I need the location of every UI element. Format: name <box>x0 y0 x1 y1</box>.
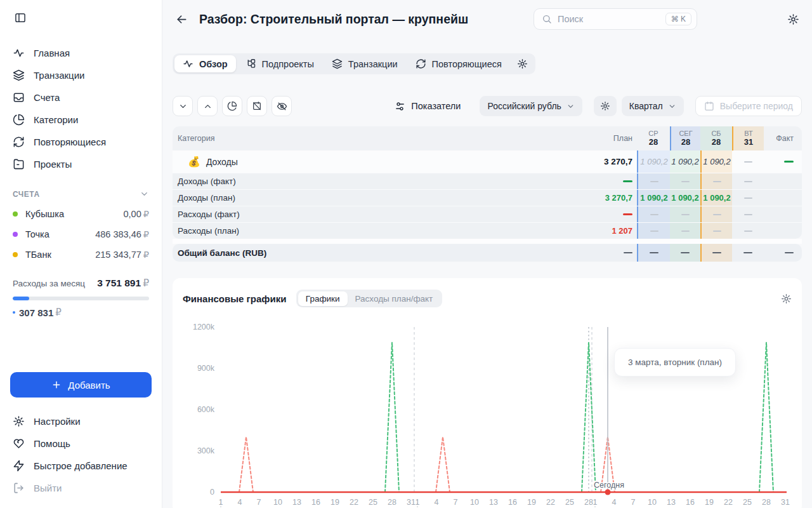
summary-table: КатегорияПланСР28СЕГ28СБ28ВТ31Факт💰Доход… <box>173 126 802 262</box>
total-row-label: Общий баланс (RUB) <box>173 244 589 262</box>
sidebar-item-transactions[interactable]: Транзакции <box>0 64 162 86</box>
x-axis-day-label: 13 <box>667 498 676 507</box>
settings-gear-icon[interactable] <box>787 13 799 25</box>
cell-value: 3 270,7 <box>605 193 632 203</box>
plus-icon <box>51 380 62 390</box>
chart-title: Финансовые графики <box>183 293 286 304</box>
series-spike <box>759 342 773 492</box>
sidebar-item-label: Помощь <box>34 438 70 449</box>
refresh-icon <box>416 58 426 69</box>
tab-recurring[interactable]: Повторяющиеся <box>407 55 510 72</box>
cell-value: 3 270,7 <box>604 157 632 166</box>
tabs-gear-icon[interactable] <box>511 55 534 72</box>
dash-value <box>681 252 690 253</box>
y-axis-label: 1200k <box>193 323 215 331</box>
table-row[interactable]: Доходы (факт) <box>173 173 802 189</box>
dash-value <box>681 181 690 182</box>
main-content: Разбор: Строительный портал — крупнейш П… <box>162 0 812 508</box>
tab-subprojects[interactable]: Подпроекты <box>237 55 322 72</box>
chevron-up-icon <box>203 102 213 111</box>
cell-day-1 <box>670 206 700 222</box>
sidebar-item-help[interactable]: Помощь <box>0 432 162 455</box>
sidebar-item-recurring[interactable]: Повторяющиеся <box>0 131 162 153</box>
search-input[interactable]: Поиск ⌘ K <box>534 8 697 30</box>
x-axis-day-label: 1 <box>593 498 598 507</box>
date-range-placeholder: Выберите период <box>720 101 793 111</box>
currency-select[interactable]: Российский рубль <box>480 96 582 116</box>
chevron-down-icon <box>178 102 188 111</box>
period-select[interactable]: Квартал <box>622 96 684 116</box>
cell-day-3 <box>732 223 764 239</box>
cell-day-1 <box>670 223 700 239</box>
x-axis-day-label: 10 <box>470 498 479 507</box>
metrics-label: Показатели <box>411 101 461 111</box>
collapse-all-button[interactable] <box>173 96 193 116</box>
calendar-off-icon <box>252 101 262 111</box>
cell-value: 1 090,2 <box>671 193 698 203</box>
chevron-down-icon <box>566 102 575 110</box>
today-dot <box>605 490 611 495</box>
pie-view-button[interactable] <box>222 96 242 116</box>
account-color-dot <box>13 232 18 237</box>
dash-value <box>650 252 658 253</box>
sidebar-item-label: Главная <box>34 48 70 58</box>
table-row[interactable]: Расходы (план)1 207 <box>173 222 802 239</box>
chart-tab-graphs[interactable]: Графики <box>298 291 348 306</box>
pie-chart-icon <box>13 114 25 126</box>
sidebar-item-settings[interactable]: Настройки <box>0 410 162 432</box>
sidebar-item-home[interactable]: Главная <box>0 42 162 64</box>
sidebar-footer: Настройки Помощь Быстрое добавление Выйт… <box>0 410 162 499</box>
chart-card: Финансовые графики Графики Расходы план/… <box>173 278 802 508</box>
date-range-picker[interactable]: Выберите период <box>695 96 802 116</box>
table-row[interactable]: Расходы (факт) <box>173 206 802 222</box>
account-name: ТБанк <box>25 250 95 260</box>
back-icon[interactable] <box>173 10 190 28</box>
refresh-icon <box>13 136 25 148</box>
column-header-day: СР28 <box>637 126 670 150</box>
add-button[interactable]: Добавить <box>10 372 152 398</box>
chart-tab-plan-fact[interactable]: Расходы план/факт <box>348 291 441 306</box>
x-axis-day-label: 28 <box>762 498 771 507</box>
x-axis-day-label: 7 <box>631 498 636 507</box>
sidebar-toggle-icon[interactable] <box>11 9 29 27</box>
gear-icon <box>13 415 25 427</box>
account-balance: 486 383,46 <box>95 229 141 239</box>
row-category-label: Доходы (план) <box>173 190 589 206</box>
sidebar-item-categories[interactable]: Категории <box>0 109 162 131</box>
chart-settings-gear-icon[interactable] <box>781 293 792 304</box>
logout-icon <box>13 482 25 494</box>
row-category-label: Расходы (факт) <box>173 206 589 222</box>
calendar-off-button[interactable] <box>247 96 267 116</box>
tab-overview[interactable]: Обзор <box>174 55 236 72</box>
cell-day-3 <box>732 206 764 222</box>
account-color-dot <box>13 252 18 257</box>
table-row[interactable]: Доходы (план)3 270,71 090,21 090,21 090,… <box>173 189 802 206</box>
metrics-button[interactable]: Показатели <box>395 101 461 112</box>
table-row[interactable]: 💰Доходы3 270,71 090,21 090,21 090,2 <box>173 150 802 173</box>
money-bag-icon: 💰 <box>188 156 200 168</box>
row-category-label: Расходы (план) <box>173 223 589 239</box>
table-total: Общий баланс (RUB) <box>173 244 802 262</box>
chevron-down-icon[interactable] <box>140 189 149 199</box>
sidebar-item-accounts[interactable]: Счета <box>0 86 162 109</box>
y-axis-label: 900k <box>197 364 215 373</box>
sidebar-item-quick-add[interactable]: Быстрое добавление <box>0 455 162 477</box>
hide-values-button[interactable] <box>272 96 292 116</box>
account-item[interactable]: ТБанк 215 343,77 ₽ <box>13 250 149 260</box>
tab-transactions[interactable]: Транзакции <box>324 55 406 72</box>
cell-day-3 <box>732 190 764 206</box>
table-total-row[interactable]: Общий баланс (RUB) <box>173 244 802 262</box>
cell-value: 1 090,2 <box>640 193 667 203</box>
view-settings-button[interactable] <box>594 96 617 116</box>
table-toolbar: Показатели Российский рубль Квартал Выбе… <box>173 96 802 116</box>
sidebar-item-logout[interactable]: Выйти <box>0 477 162 499</box>
account-item[interactable]: Точка 486 383,46 ₽ <box>13 229 149 239</box>
cell-plan: 1 207 <box>589 223 637 239</box>
sidebar-item-label: Настройки <box>34 416 81 427</box>
month-expenses: Расходы за месяц 3 751 891₽ 307 831 ₽ <box>0 277 162 318</box>
sidebar-item-projects[interactable]: Проекты <box>0 153 162 175</box>
cell-plan <box>589 173 637 189</box>
expand-all-button[interactable] <box>197 96 218 116</box>
account-item[interactable]: Кубышка 0,00 ₽ <box>13 209 149 219</box>
bolt-icon <box>13 460 25 472</box>
